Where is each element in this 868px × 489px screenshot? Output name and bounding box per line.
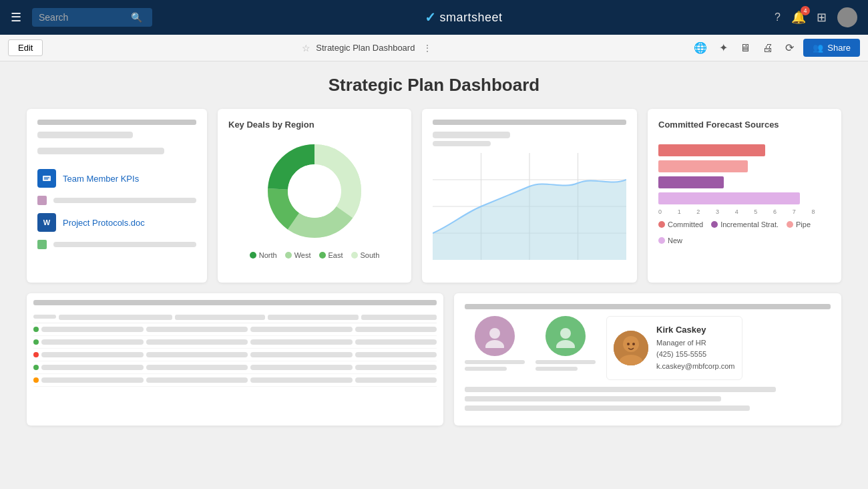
legend-south: South: [351, 251, 380, 259]
bar-row-incr: [658, 176, 831, 188]
row2-cell-2: [146, 339, 248, 345]
star-filled-icon[interactable]: ✦: [716, 39, 730, 57]
east-dot: [319, 252, 326, 259]
svg-point-22: [627, 343, 630, 345]
legend-north: North: [250, 251, 277, 259]
kpi-link[interactable]: Team Member KPIs: [63, 174, 139, 184]
legend-new: New: [658, 236, 682, 244]
contact-name: Kirk Caskey: [656, 323, 735, 337]
project-link[interactable]: Project Protocols.doc: [63, 218, 145, 228]
south-label: South: [361, 251, 380, 259]
status-dot-4: [33, 365, 39, 370]
nav-center: ✓ smartsheet: [163, 9, 764, 25]
green-item: [37, 240, 196, 249]
svg-point-17: [560, 328, 571, 339]
bar-incremental: [658, 176, 724, 188]
contact-2-col: [535, 316, 596, 371]
bottom-line-3: [465, 405, 750, 411]
svg-point-16: [485, 340, 504, 348]
committed-dot: [658, 221, 665, 228]
links-header-bar: [37, 120, 196, 125]
purple-item: [37, 196, 196, 205]
west-label: West: [294, 251, 311, 259]
hamburger-icon[interactable]: ☰: [11, 10, 21, 25]
status-dot-3: [33, 352, 39, 357]
c1-line-2: [465, 367, 507, 371]
area-ph2: [433, 141, 491, 146]
notification-icon[interactable]: 🔔 4: [791, 10, 806, 25]
monitor-icon[interactable]: 🖥: [737, 39, 753, 57]
purple-dot: [37, 196, 47, 205]
incr-label: Incremental Strat.: [720, 220, 779, 228]
status-dot-5: [33, 377, 39, 383]
new-label: New: [668, 236, 682, 244]
table-row: [33, 361, 437, 374]
print-icon[interactable]: 🖨: [760, 39, 776, 57]
search-input[interactable]: [39, 12, 126, 23]
col-ph-2: [59, 315, 172, 320]
row2-cell-4: [355, 339, 437, 345]
row-cell-4: [355, 327, 437, 332]
col-ph-4: [268, 315, 359, 320]
row2-cell-3: [250, 339, 353, 345]
search-icon: 🔍: [131, 12, 142, 23]
search-box[interactable]: 🔍: [32, 8, 152, 27]
c2-line-1: [535, 360, 596, 364]
more-options-icon[interactable]: ⋮: [423, 43, 432, 53]
west-dot: [285, 252, 292, 259]
donut-legend: North West East South: [228, 251, 401, 259]
logo-text: smartsheet: [440, 11, 503, 25]
toolbar-right: 🌐 ✦ 🖥 🖨 ⟳ 👥 Share: [691, 39, 860, 57]
legend-east: East: [319, 251, 343, 259]
legend-west: West: [285, 251, 311, 259]
row3-cell-2: [146, 352, 248, 357]
col-ph-5: [361, 315, 437, 320]
bar-chart: 0 1 2 3 4 5 6 7 8 Committed: [658, 138, 831, 247]
avatar[interactable]: [837, 7, 857, 27]
globe-icon[interactable]: 🌐: [691, 39, 710, 57]
grid-icon[interactable]: ⊞: [817, 10, 827, 25]
area-chart: [433, 153, 626, 260]
row4-cell-1: [41, 365, 144, 370]
help-icon[interactable]: ?: [775, 11, 781, 23]
kpi-link-item: Team Member KPIs: [37, 169, 196, 188]
toolbar-center: ☆ Strategic Plan Dashboard ⋮: [48, 43, 686, 53]
edit-button[interactable]: Edit: [8, 39, 43, 56]
svg-point-8: [288, 164, 341, 218]
contact-email: k.caskey@mbfcorp.com: [656, 361, 735, 373]
contact-title: Manager of HR: [656, 337, 735, 349]
bottom-line-1: [465, 387, 776, 392]
area-chart-widget: [422, 109, 637, 283]
contact-photo: [614, 331, 648, 365]
row5-cell-4: [355, 377, 437, 383]
table-row: [33, 336, 437, 349]
row5-cell-2: [146, 377, 248, 383]
bar-row-new: [658, 192, 831, 204]
row5-cell-3: [250, 377, 353, 383]
donut-chart: [228, 138, 401, 244]
bar-axis: 0 1 2 3 4 5 6 7 8: [658, 208, 831, 215]
share-icon: 👥: [813, 43, 823, 53]
logo-checkmark-icon: ✓: [425, 9, 436, 25]
bottom-widget-row: Kirk Caskey Manager of HR (425) 155-5555…: [27, 293, 841, 426]
refresh-icon[interactable]: ⟳: [783, 39, 797, 57]
svg-point-23: [632, 343, 635, 345]
c1-line-1: [465, 360, 525, 364]
committed-label: Committed: [668, 220, 703, 228]
doc-title: Strategic Plan Dashboard: [316, 43, 415, 53]
north-dot: [250, 252, 256, 259]
svg-rect-0: [43, 176, 51, 181]
new-dot: [658, 237, 665, 244]
main-content: Strategic Plan Dashboard Team Member KPI…: [0, 61, 868, 489]
table-row: [33, 374, 437, 387]
row4-cell-2: [146, 365, 248, 370]
placeholder-bar-1: [37, 132, 133, 138]
legend-committed: Committed: [658, 220, 703, 228]
share-button[interactable]: 👥 Share: [803, 39, 860, 57]
project-link-item: W Project Protocols.doc: [37, 213, 196, 232]
pipe-label: Pipe: [796, 220, 811, 228]
star-icon[interactable]: ☆: [302, 43, 310, 53]
row3-cell-4: [355, 352, 437, 357]
contacts-row: Kirk Caskey Manager of HR (425) 155-5555…: [465, 316, 831, 380]
bottom-line-2: [465, 396, 721, 401]
